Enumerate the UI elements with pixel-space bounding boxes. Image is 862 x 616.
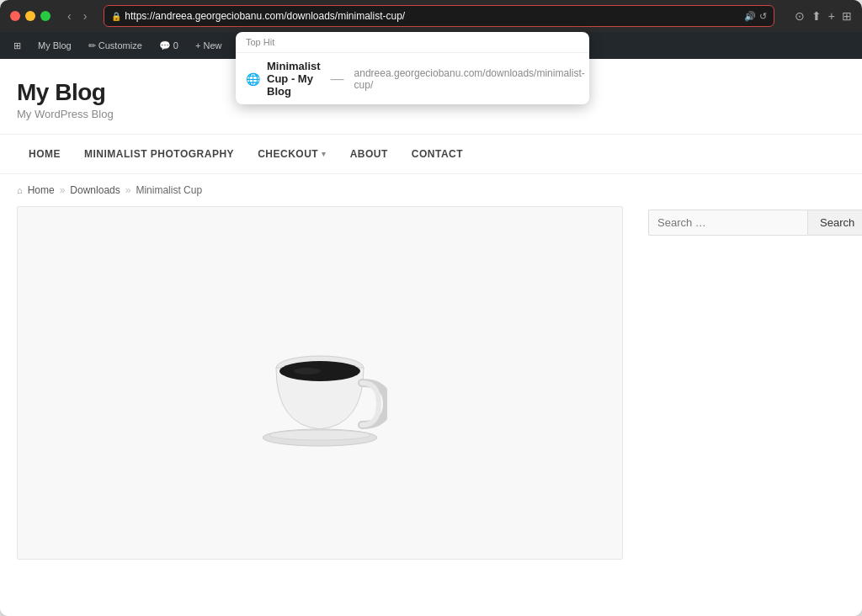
home-icon: ⌂ xyxy=(17,185,23,195)
close-button[interactable] xyxy=(10,11,20,21)
browser-titlebar: ‹ › 🔒 🔊 ↺ ⊙ ⬆ + ⊞ Top Hit 🌐 Minimalist C… xyxy=(0,0,862,32)
autocomplete-item-title: Minimalist Cup - My Blog xyxy=(267,60,321,98)
traffic-lights xyxy=(10,11,51,21)
forward-button[interactable]: › xyxy=(80,8,91,24)
autocomplete-header: Top Hit xyxy=(236,32,589,53)
back-button[interactable]: ‹ xyxy=(64,8,75,24)
search-button[interactable]: Search xyxy=(807,210,862,236)
nav-item-checkout[interactable]: CHECKOUT ▾ xyxy=(246,135,338,173)
site-tagline: My WordPress Blog xyxy=(17,108,845,120)
content-area xyxy=(17,206,623,616)
nav-item-checkout-label: CHECKOUT xyxy=(258,148,318,160)
share-icon[interactable]: ⬆ xyxy=(811,9,822,23)
search-widget: Search xyxy=(648,210,833,236)
globe-icon: 🌐 xyxy=(246,72,260,86)
reload-button[interactable]: ↺ xyxy=(759,11,767,22)
nav-item-minimalist-photography[interactable]: MINIMALIST PHOTOGRAPHY xyxy=(72,135,246,173)
breadcrumb-sep-1: » xyxy=(60,184,66,196)
svg-point-2 xyxy=(294,368,321,374)
coffee-cup-illustration xyxy=(18,207,622,559)
extensions-button[interactable]: ⊞ xyxy=(842,9,852,23)
autocomplete-item[interactable]: 🌐 Minimalist Cup - My Blog — andreea.geo… xyxy=(236,53,589,104)
maximize-button[interactable] xyxy=(40,11,51,21)
search-input[interactable] xyxy=(648,210,807,236)
breadcrumb-home-link[interactable]: Home xyxy=(28,184,55,196)
address-bar-input[interactable] xyxy=(125,10,743,22)
product-image xyxy=(17,206,623,560)
autocomplete-separator: — xyxy=(331,72,344,87)
address-bar-controls: 🔊 ↺ xyxy=(744,11,767,22)
autocomplete-dropdown: Top Hit 🌐 Minimalist Cup - My Blog — and… xyxy=(236,32,589,104)
autocomplete-item-url: andreea.georgeciobanu.com/downloads/mini… xyxy=(354,67,585,91)
chevron-down-icon: ▾ xyxy=(322,150,327,158)
volume-icon[interactable]: 🔊 xyxy=(744,11,756,22)
account-icon[interactable]: ⊙ xyxy=(795,9,805,23)
admin-comments[interactable]: 💬 0 xyxy=(152,37,185,55)
minimize-button[interactable] xyxy=(25,11,35,21)
browser-right-controls: ⊙ ⬆ + ⊞ xyxy=(795,9,852,23)
breadcrumb-sep-2: » xyxy=(125,184,131,196)
nav-item-home[interactable]: HOME xyxy=(17,135,72,173)
browser-window: ‹ › 🔒 🔊 ↺ ⊙ ⬆ + ⊞ Top Hit 🌐 Minimalist C… xyxy=(0,0,862,616)
main-layout: Search xyxy=(0,206,862,616)
admin-new[interactable]: + New xyxy=(189,37,229,54)
breadcrumb-downloads-link[interactable]: Downloads xyxy=(70,184,120,196)
page-content: My Blog My WordPress Blog HOME MINIMALIS… xyxy=(0,59,862,616)
breadcrumb: ⌂ Home » Downloads » Minimalist Cup xyxy=(0,174,862,206)
admin-my-blog[interactable]: My Blog xyxy=(31,37,78,54)
admin-customize[interactable]: ✏ Customize xyxy=(82,37,149,55)
new-tab-button[interactable]: + xyxy=(828,9,835,23)
nav-item-contact[interactable]: CONTACT xyxy=(400,135,475,173)
sidebar: Search xyxy=(648,206,833,616)
site-nav: HOME MINIMALIST PHOTOGRAPHY CHECKOUT ▾ A… xyxy=(0,135,862,174)
nav-item-about[interactable]: ABOUT xyxy=(338,135,400,173)
wp-logo[interactable]: ⊞ xyxy=(7,37,28,55)
address-bar-container: 🔒 🔊 ↺ xyxy=(104,5,774,27)
wp-icon: ⊞ xyxy=(13,40,21,51)
lock-icon: 🔒 xyxy=(111,12,121,21)
coffee-cup-svg xyxy=(253,307,387,459)
breadcrumb-current: Minimalist Cup xyxy=(136,184,202,196)
browser-controls: ‹ › xyxy=(64,8,90,24)
svg-point-4 xyxy=(269,430,370,440)
